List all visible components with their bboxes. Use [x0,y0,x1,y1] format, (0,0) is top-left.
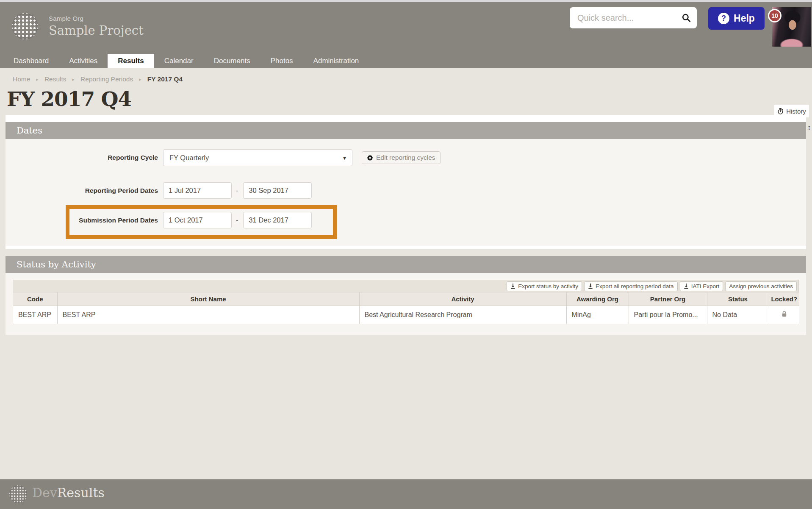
cell-short-name: BEST ARP [57,306,359,324]
reporting-cycle-label: Reporting Cycle [6,154,158,161]
dates-section-header: Dates [6,122,806,139]
assign-previous-activities-button[interactable]: Assign previous activities [725,281,797,291]
project-name: Sample Project [49,23,144,38]
download-icon [510,284,515,289]
submission-period-start-input[interactable] [163,212,232,228]
breadcrumb-home[interactable]: Home [13,75,30,83]
tab-calendar[interactable]: Calendar [154,54,204,68]
org-name: Sample Org [49,15,144,22]
table-header-row: Code Short Name Activity Awarding Org Pa… [13,292,799,306]
chevron-down-icon: ▼ [342,150,347,167]
reporting-period-label: Reporting Period Dates [6,187,158,195]
notification-count: 10 [771,12,778,19]
cell-partner-org: Parti pour la Promo... [629,306,707,324]
cell-code: BEST ARP [13,306,57,324]
panel-top-strip [6,115,806,122]
status-panel: Status by Activity Export status by acti… [6,256,806,335]
dates-panel: Dates Reporting Cycle FY Quarterly ▼ Edi… [6,115,806,249]
notification-badge[interactable]: 10 [768,9,782,22]
export-all-label: Export all reporting period data [596,283,674,289]
date-range-separator: - [236,217,238,224]
column-header-code[interactable]: Code [13,292,57,306]
reporting-period-row: Reporting Period Dates - [6,182,312,199]
devresults-wordmark: DevResults [32,485,105,500]
history-label: History [786,108,806,115]
help-label: Help [734,13,755,24]
app-footer: DevResults Delete this reporting period … [0,479,812,509]
edit-reporting-cycles-label: Edit reporting cycles [376,154,435,161]
tab-results[interactable]: Results [108,54,154,68]
download-icon [588,284,593,289]
column-header-partner-org[interactable]: Partner Org [629,292,707,306]
gear-icon [367,155,373,161]
reporting-cycle-row: Reporting Cycle FY Quarterly ▼ Edit repo… [6,149,441,166]
export-status-label: Export status by activity [518,283,578,289]
tab-activities[interactable]: Activities [59,54,108,68]
column-header-locked[interactable]: Locked? [769,292,799,306]
reporting-period-end-input[interactable] [243,182,312,199]
breadcrumb-results[interactable]: Results [44,75,67,83]
cell-activity[interactable]: Best Agricultural Research Program [359,306,566,324]
help-icon: ? [718,13,729,24]
submission-period-end-input[interactable] [243,212,312,228]
submission-period-row: Submission Period Dates - [6,212,312,228]
org-logo[interactable] [12,13,38,39]
download-icon [684,284,689,289]
app-header: Sample Org Sample Project ? Help 10 [0,2,812,54]
cell-status: No Data [707,306,769,324]
reporting-period-start-input[interactable] [163,182,232,199]
org-block: Sample Org Sample Project [49,15,144,38]
status-table: Export status by activity Export all rep… [13,280,799,324]
lock-icon [782,311,787,317]
main-nav: Dashboard Activities Results Calendar Do… [0,54,812,68]
column-header-awarding-org[interactable]: Awarding Org [566,292,629,306]
iati-export-label: IATI Export [691,283,720,289]
breadcrumb-current: FY 2017 Q4 [147,75,183,83]
tab-dashboard[interactable]: Dashboard [3,54,59,68]
export-status-by-activity-button[interactable]: Export status by activity [507,281,582,291]
scroll-hint-icon[interactable]: ↕ [807,124,811,131]
devresults-logo [9,485,27,503]
brand-suffix: Results [57,485,105,500]
tab-photos[interactable]: Photos [261,54,303,68]
cell-locked[interactable] [769,306,799,324]
reporting-cycle-value: FY Quarterly [169,154,209,161]
page-title: FY 2017 Q4 [7,87,131,111]
breadcrumb-separator-icon: ▸ [139,77,141,82]
column-header-activity[interactable]: Activity [359,292,566,306]
table-row[interactable]: BEST ARP BEST ARP Best Agricultural Rese… [13,306,799,324]
breadcrumb-reporting-periods[interactable]: Reporting Periods [80,75,133,83]
status-section-header: Status by Activity [6,256,806,273]
submission-period-label: Submission Period Dates [6,217,158,224]
tab-administration[interactable]: Administration [303,54,369,68]
tab-documents[interactable]: Documents [204,54,261,68]
history-button[interactable]: History [774,105,809,117]
column-header-short-name[interactable]: Short Name [57,292,359,306]
edit-reporting-cycles-button[interactable]: Edit reporting cycles [362,151,441,164]
breadcrumb-separator-icon: ▸ [72,77,75,82]
search-input[interactable] [570,7,697,28]
breadcrumb-separator-icon: ▸ [36,77,39,82]
reporting-cycle-select[interactable]: FY Quarterly ▼ [163,149,352,166]
date-range-separator: - [236,187,238,195]
brand-prefix: Dev [32,485,57,500]
stopwatch-icon [777,108,784,114]
status-table-toolbar: Export status by activity Export all rep… [13,280,798,292]
quick-search-box [570,7,697,28]
search-icon[interactable] [682,13,691,22]
help-button[interactable]: ? Help [708,7,765,30]
breadcrumb: Home ▸ Results ▸ Reporting Periods ▸ FY … [13,75,183,83]
iati-export-button[interactable]: IATI Export [680,281,723,291]
column-header-status[interactable]: Status [707,292,769,306]
assign-previous-label: Assign previous activities [729,283,793,289]
panel-bottom-strip [6,246,806,249]
cell-awarding-org: MinAg [566,306,629,324]
export-all-reporting-period-data-button[interactable]: Export all reporting period data [584,281,678,291]
